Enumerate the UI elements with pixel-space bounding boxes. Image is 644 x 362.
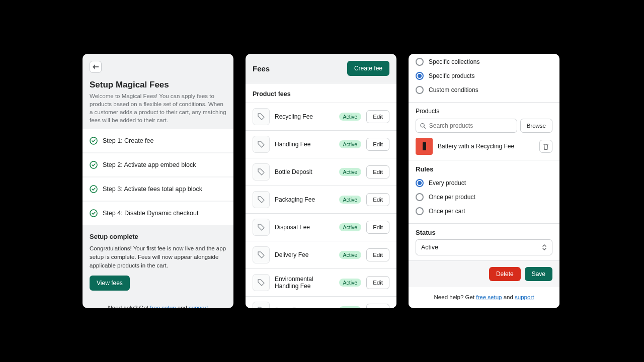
fee-thumbnail — [253, 219, 270, 236]
rules-option[interactable]: Once per cart — [416, 204, 552, 218]
fee-row: Packaging FeeActiveEdit — [246, 186, 396, 213]
free-setup-link[interactable]: free setup — [476, 294, 502, 300]
rules-option[interactable]: Once per product — [416, 190, 552, 204]
radio-label: Every product — [429, 179, 466, 187]
setup-complete-title: Setup complete — [90, 233, 226, 240]
rules-heading: Rules — [416, 165, 552, 173]
fee-name: Bottle Deposit — [275, 168, 334, 175]
fee-row: Bottle DepositActiveEdit — [246, 158, 396, 186]
status-badge: Active — [339, 168, 362, 176]
radio-label: Specific collections — [429, 58, 479, 65]
edit-fee-button[interactable]: Edit — [366, 110, 389, 123]
edit-fee-button[interactable]: Edit — [366, 138, 389, 151]
setup-step-1[interactable]: Step 1: Create fee — [83, 129, 233, 153]
setup-complete-body: Congratulations! Your first fee is now l… — [90, 244, 226, 269]
edit-fee-button[interactable]: Edit — [366, 165, 389, 178]
fee-name: Packaging Fee — [275, 196, 334, 203]
setup-complete-card: Setup complete Congratulations! Your fir… — [83, 226, 233, 298]
status-badge: Active — [339, 223, 362, 231]
free-setup-link[interactable]: free setup — [150, 305, 176, 308]
fee-thumbnail — [253, 191, 270, 208]
help-footer: Need help? Get free setup and support — [83, 298, 233, 308]
status-badge: Active — [339, 113, 362, 121]
fee-row: Delivery FeeActiveEdit — [246, 241, 396, 268]
edit-fee-button[interactable]: Edit — [366, 276, 389, 289]
step-label: Step 3: Activate fees total app block — [103, 186, 202, 193]
setup-panel: Setup Magical Fees Welcome to Magical Fe… — [83, 54, 233, 308]
tag-icon — [257, 196, 265, 204]
status-badge: Active — [339, 140, 362, 148]
search-icon — [420, 123, 426, 129]
product-fees-heading: Product fees — [246, 83, 396, 103]
setup-step-3[interactable]: Step 3: Activate fees total app block — [83, 177, 233, 202]
check-circle-icon — [90, 209, 98, 217]
setup-step-4[interactable]: Step 4: Disable Dynamic checkout — [83, 202, 233, 226]
targeting-option[interactable]: Custom conditions — [416, 83, 552, 97]
radio-icon — [416, 72, 424, 80]
fee-row: Setup FeeActiveEdit — [246, 296, 396, 308]
save-button[interactable]: Save — [525, 267, 552, 281]
edit-fee-button[interactable]: Edit — [366, 221, 389, 234]
step-label: Step 2: Activate app embed block — [103, 161, 196, 168]
rules-option[interactable]: Every product — [416, 176, 552, 190]
svg-point-4 — [421, 123, 424, 127]
fee-name: Handling Fee — [275, 141, 334, 148]
check-circle-icon — [90, 137, 98, 145]
create-fee-button[interactable]: Create fee — [347, 61, 389, 76]
browse-button[interactable]: Browse — [520, 119, 552, 133]
status-badge: Active — [339, 279, 362, 287]
radio-label: Custom conditions — [429, 86, 478, 94]
status-heading: Status — [416, 229, 552, 236]
setup-step-2[interactable]: Step 2: Activate app embed block — [83, 153, 233, 177]
fee-thumbnail — [253, 163, 270, 180]
tag-icon — [257, 168, 265, 176]
fee-row: Recycling FeeActiveEdit — [246, 103, 396, 130]
fee-row: Environmental Handling FeeActiveEdit — [246, 268, 396, 296]
fee-name: Environmental Handling Fee — [275, 276, 334, 290]
trash-icon — [543, 143, 549, 150]
radio-icon — [416, 58, 424, 66]
radio-label: Specific products — [429, 72, 474, 79]
support-link[interactable]: support — [189, 305, 208, 308]
fee-edit-panel: Specific collectionsSpecific productsCus… — [409, 54, 559, 308]
view-fees-button[interactable]: View fees — [90, 276, 130, 291]
arrow-left-icon — [93, 64, 99, 69]
edit-fee-button[interactable]: Edit — [366, 248, 389, 261]
tag-icon — [257, 140, 265, 148]
product-name: Battery with a Recycling Fee — [438, 143, 534, 150]
products-label: Products — [416, 108, 552, 115]
radio-label: Once per cart — [429, 208, 465, 215]
tag-icon — [257, 279, 265, 287]
tag-icon — [257, 223, 265, 231]
status-badge: Active — [339, 196, 362, 204]
edit-fee-button[interactable]: Edit — [366, 304, 389, 308]
tag-icon — [257, 306, 265, 308]
back-button[interactable] — [90, 61, 102, 73]
check-circle-icon — [90, 161, 98, 169]
fees-panel: Fees Create fee Product fees Recycling F… — [246, 54, 396, 308]
tag-icon — [257, 113, 265, 121]
fees-title: Fees — [253, 64, 270, 73]
edit-fee-button[interactable]: Edit — [366, 193, 389, 206]
panel-header: Setup Magical Fees Welcome to Magical Fe… — [83, 54, 233, 129]
fee-name: Delivery Fee — [275, 251, 334, 258]
product-thumbnail — [416, 138, 433, 155]
fee-thumbnail — [253, 246, 270, 263]
status-select[interactable]: Active — [416, 239, 552, 255]
svg-line-5 — [424, 127, 426, 128]
status-badge: Active — [339, 306, 362, 308]
radio-icon — [416, 179, 424, 187]
search-products-input[interactable] — [416, 119, 517, 133]
targeting-option[interactable]: Specific collections — [416, 55, 552, 69]
radio-icon — [416, 86, 424, 94]
delete-button[interactable]: Delete — [489, 267, 521, 281]
select-caret-icon — [542, 244, 547, 250]
tag-icon — [257, 251, 265, 259]
status-badge: Active — [339, 251, 362, 259]
selected-product-row: Battery with a Recycling Fee — [416, 138, 552, 155]
support-link[interactable]: support — [515, 294, 534, 300]
help-footer: Need help? Get free setup and support — [409, 287, 559, 305]
page-description: Welcome to Magical Fees! You can apply f… — [90, 92, 226, 124]
targeting-option[interactable]: Specific products — [416, 69, 552, 83]
remove-product-button[interactable] — [539, 140, 552, 153]
